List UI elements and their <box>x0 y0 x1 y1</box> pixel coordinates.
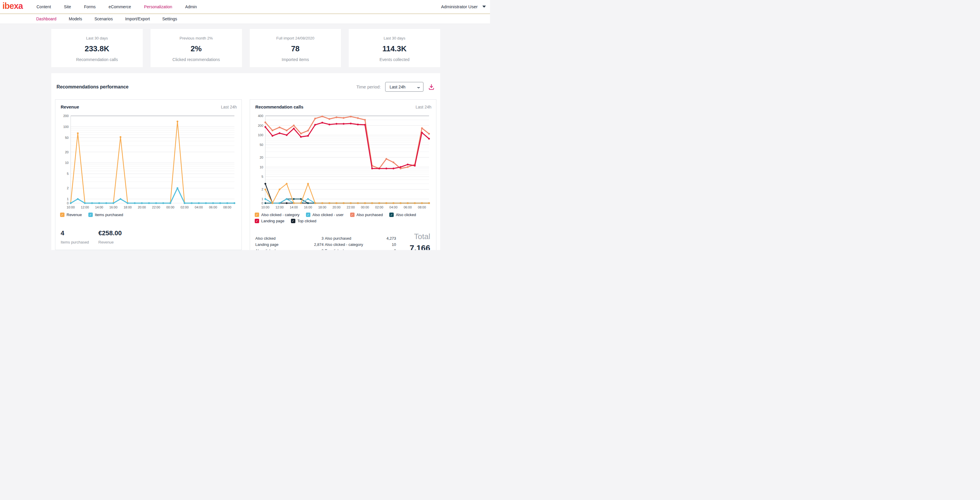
chart-card-period: Last 24h <box>221 105 237 109</box>
svg-text:200: 200 <box>258 124 263 127</box>
summary-label: Revenue <box>99 240 136 244</box>
legend-label: Also purchased <box>356 212 383 217</box>
svg-text:1: 1 <box>67 197 68 201</box>
performance-panel: Recommendations performance Time period:… <box>51 73 440 250</box>
legend-checkbox[interactable]: ✓ <box>389 212 394 217</box>
svg-text:16:00: 16:00 <box>109 206 118 209</box>
stat-card-recommendation-calls: Last 30 days233.8KRecommendation calls <box>51 29 143 67</box>
svg-text:04:00: 04:00 <box>195 206 203 209</box>
legend-label: Top clicked <box>298 219 316 223</box>
svg-text:400: 400 <box>258 114 263 118</box>
chart-card-recommendation-calls: Recommendation callsLast 24h012510205010… <box>250 99 436 250</box>
top-nav-personalization[interactable]: Personalization <box>144 5 172 9</box>
chart-summary: 4Items purchased€258.00Revenue <box>60 229 237 244</box>
legend-checkbox[interactable]: ✓ <box>88 212 93 217</box>
ibexa-logo[interactable]: ibexa <box>0 2 35 11</box>
sub-nav-scenarios[interactable]: Scenarios <box>94 16 113 21</box>
legend-item-also-purchased[interactable]: ✓Also purchased <box>350 212 383 217</box>
legend-item-items-purchased[interactable]: ✓Items purchased <box>88 212 123 217</box>
svg-text:18:00: 18:00 <box>318 206 326 209</box>
stat-card-imported-items: Full import 24/08/202078Imported items <box>250 29 341 67</box>
download-icon[interactable] <box>428 83 435 91</box>
top-nav-admin[interactable]: Admin <box>185 5 197 9</box>
top-bar: ibexa ContentSiteFormseCommercePersonali… <box>0 0 490 13</box>
legend-label: Also clicked - user <box>312 212 344 217</box>
legend-label: Items purchased <box>95 212 123 217</box>
sub-nav-import-export[interactable]: Import/Export <box>125 16 150 21</box>
legend-item-also-clicked-user[interactable]: ✓Also clicked - user <box>306 212 344 217</box>
legend-checkbox[interactable]: ✓ <box>350 212 355 217</box>
legend-item-revenue[interactable]: ✓Revenue <box>60 212 82 217</box>
svg-text:2: 2 <box>261 187 263 191</box>
summary-total: Total7,166 <box>410 232 431 250</box>
legend-checkbox[interactable]: ✓ <box>306 212 310 217</box>
summary-row-value: 3 <box>377 249 397 250</box>
chart-card-title: Recommendation calls <box>255 104 303 109</box>
svg-text:5: 5 <box>261 175 263 178</box>
sub-nav-dashboard[interactable]: Dashboard <box>36 16 57 21</box>
panel-title: Recommendations performance <box>57 84 129 89</box>
summary-metric: 4Items purchased <box>60 229 99 244</box>
legend-checkbox[interactable]: ✓ <box>291 219 295 223</box>
sub-nav: DashboardModelsScenariosImport/ExportSet… <box>0 14 490 24</box>
svg-text:06:00: 06:00 <box>404 206 412 209</box>
legend-item-landing-page[interactable]: ✓Landing page <box>255 219 285 223</box>
svg-text:14:00: 14:00 <box>290 206 298 209</box>
svg-text:100: 100 <box>258 133 263 137</box>
svg-text:18:00: 18:00 <box>124 206 132 209</box>
summary-row-value: 4,273 <box>377 236 397 241</box>
svg-text:5: 5 <box>67 172 68 176</box>
chart-legend: ✓Revenue✓Items purchased <box>60 212 237 217</box>
top-nav-content[interactable]: Content <box>37 5 51 9</box>
summary-label: Items purchased <box>60 240 99 244</box>
svg-text:22:00: 22:00 <box>347 206 355 209</box>
svg-text:10:00: 10:00 <box>67 206 75 209</box>
summary-row-value: 2,874 <box>299 242 325 247</box>
stat-value: 114.3K <box>348 44 440 53</box>
svg-text:08:00: 08:00 <box>223 206 231 209</box>
chart-card-revenue: RevenueLast 24h012510205010020010:0012:0… <box>55 99 242 250</box>
legend-checkbox[interactable]: ✓ <box>255 212 259 217</box>
svg-text:08:00: 08:00 <box>418 206 426 209</box>
time-period-select[interactable]: Last 24h ⌄ <box>385 82 423 92</box>
summary-row-value: 3 <box>299 249 325 250</box>
chart-card-header: Recommendation callsLast 24h <box>255 104 431 109</box>
svg-text:1: 1 <box>261 197 263 201</box>
total-label: Total <box>410 232 430 241</box>
svg-text:10:00: 10:00 <box>261 206 269 209</box>
svg-text:20: 20 <box>65 150 68 154</box>
legend-checkbox[interactable]: ✓ <box>255 219 259 223</box>
stat-label: Clicked recommendations <box>151 57 242 62</box>
svg-text:2: 2 <box>67 186 68 190</box>
legend-checkbox[interactable]: ✓ <box>60 212 65 217</box>
summary-row-value: 3 <box>299 236 325 241</box>
sub-nav-models[interactable]: Models <box>69 16 82 21</box>
stats-row: Last 30 days233.8KRecommendation callsPr… <box>51 29 440 67</box>
top-nav-forms[interactable]: Forms <box>84 5 96 9</box>
summary-row-label: Also clicked <box>255 236 299 241</box>
chart-plot-recommendation-calls: 012510205010020040010:0012:0014:0016:001… <box>254 113 432 211</box>
legend-label: Revenue <box>67 212 82 217</box>
summary-grid: Also clicked3Also purchased4,273Landing … <box>255 236 397 250</box>
time-period-label: Time period: <box>356 84 381 89</box>
svg-text:02:00: 02:00 <box>375 206 383 209</box>
stat-value: 78 <box>250 44 341 53</box>
sub-nav-settings[interactable]: Settings <box>162 16 177 21</box>
stat-value: 233.8K <box>51 44 143 53</box>
legend-label: Also clicked <box>396 212 416 217</box>
stat-label: Imported items <box>250 57 341 62</box>
svg-text:12:00: 12:00 <box>81 206 89 209</box>
svg-text:00:00: 00:00 <box>361 206 369 209</box>
svg-text:0: 0 <box>261 201 263 205</box>
legend-item-also-clicked[interactable]: ✓Also clicked <box>389 212 416 217</box>
panel-header: Recommendations performance Time period:… <box>57 82 435 92</box>
chart-card-header: RevenueLast 24h <box>60 104 237 109</box>
chart-card-title: Revenue <box>60 104 79 109</box>
legend-item-top-clicked[interactable]: ✓Top clicked <box>291 219 316 223</box>
top-nav-site[interactable]: Site <box>64 5 71 9</box>
legend-item-also-clicked-category[interactable]: ✓Also clicked - category <box>255 212 299 217</box>
svg-text:200: 200 <box>63 114 68 118</box>
chart-card-period: Last 24h <box>415 105 431 109</box>
top-nav-ecommerce[interactable]: eCommerce <box>109 5 131 9</box>
user-menu[interactable]: Administrator User <box>441 4 490 9</box>
